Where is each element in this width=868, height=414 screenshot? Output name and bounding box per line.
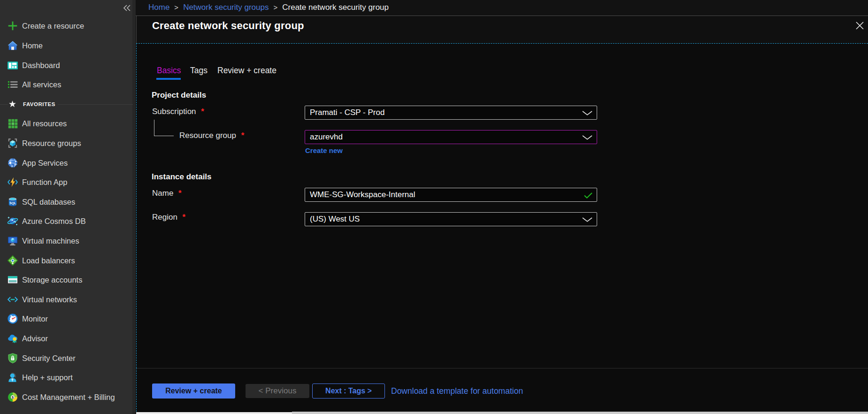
svg-text:SQL: SQL: [9, 201, 15, 205]
svg-text:$: $: [12, 395, 14, 399]
